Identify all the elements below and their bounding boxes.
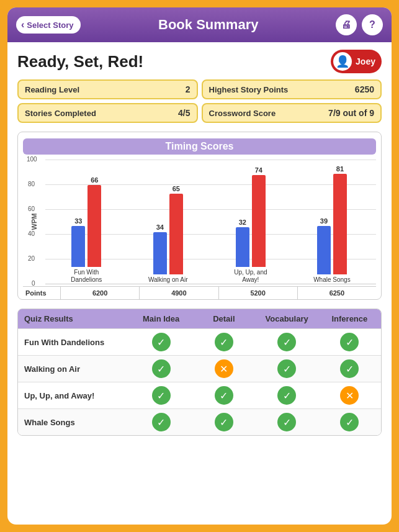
avatar: 👤 — [333, 52, 352, 71]
quiz-rows: Fun With Dandelions✓✓✓✓Walking on Air✓✕✓… — [18, 328, 381, 435]
stat-value-stories-completed: 4/5 — [178, 108, 190, 118]
quiz-header-row: Quiz Results Main Idea Detail Vocabulary… — [18, 309, 381, 328]
quiz-title: Quiz Results — [18, 309, 130, 328]
points-val-3: 6250 — [297, 287, 376, 299]
quiz-story-name-2: Up, Up, and Away! — [18, 386, 130, 405]
stat-label-crossword-score: Crossword Score — [209, 109, 276, 118]
quiz-cell-2-2: ✓ — [256, 382, 318, 408]
stat-value-reading-level: 2 — [186, 84, 191, 94]
check-icon: ✓ — [215, 333, 233, 351]
header: ‹ Select Story Book Summary 🖨 ? — [7, 7, 392, 42]
help-button[interactable]: ? — [362, 14, 383, 35]
stat-crossword-score: Crossword Score 7/9 out of 9 — [202, 103, 382, 123]
content-area: Ready, Set, Red! 👤 Joey Reading Level 2 … — [7, 42, 392, 525]
points-val-2: 5200 — [218, 287, 297, 299]
stat-highest-points: Highest Story Points 6250 — [202, 79, 382, 99]
check-icon: ✓ — [152, 413, 171, 431]
quiz-story-name-1: Walking on Air — [18, 359, 130, 379]
check-icon: ✓ — [340, 359, 359, 378]
bar-group-1: 3465Walking on Air — [148, 160, 188, 284]
check-icon: ✓ — [215, 413, 233, 431]
check-icon: ✓ — [152, 333, 171, 351]
check-icon: ✓ — [277, 333, 296, 351]
quiz-row-1: Walking on Air✓✕✓✓ — [18, 355, 381, 382]
quiz-cell-2-3: ✕ — [318, 382, 381, 408]
bar-group-0: 3366Fun WithDandelions — [71, 160, 102, 284]
points-row: Points 6200 4900 5200 6250 — [23, 286, 376, 299]
x-icon: ✕ — [340, 386, 359, 405]
quiz-story-name-0: Fun With Dandelions — [18, 333, 130, 352]
book-title: Ready, Set, Red! — [17, 52, 143, 71]
stat-stories-completed: Stories Completed 4/5 — [17, 103, 198, 123]
quiz-row-3: Whale Songs✓✓✓✓ — [18, 408, 381, 435]
back-button[interactable]: ‹ Select Story — [16, 16, 81, 34]
stat-label-stories-completed: Stories Completed — [25, 109, 96, 118]
title-row: Ready, Set, Red! 👤 Joey — [17, 50, 382, 73]
check-icon: ✓ — [277, 413, 296, 431]
quiz-col-inference: Inference — [318, 309, 381, 328]
quiz-cell-1-0: ✓ — [130, 356, 192, 382]
x-icon: ✕ — [215, 359, 233, 378]
print-button[interactable]: 🖨 — [336, 14, 357, 35]
quiz-cell-1-2: ✓ — [256, 356, 318, 382]
quiz-cell-0-0: ✓ — [130, 329, 192, 355]
chart-title: Timing Scores — [23, 138, 376, 155]
stat-value-highest-points: 6250 — [355, 84, 374, 94]
quiz-cell-0-1: ✓ — [192, 329, 255, 355]
y-axis-label: WPM — [30, 214, 38, 230]
stat-reading-level: Reading Level 2 — [17, 79, 198, 99]
bar-group-3: 3981Whale Songs — [313, 160, 350, 284]
quiz-cell-3-3: ✓ — [318, 409, 381, 435]
stat-label-reading-level: Reading Level — [25, 85, 79, 94]
check-icon: ✓ — [215, 386, 233, 405]
quiz-col-main-idea: Main Idea — [130, 309, 192, 328]
quiz-cell-1-1: ✕ — [192, 356, 255, 382]
quiz-col-vocabulary: Vocabulary — [256, 309, 318, 328]
quiz-cell-2-1: ✓ — [192, 382, 255, 408]
header-icons: 🖨 ? — [336, 14, 383, 35]
back-arrow-icon: ‹ — [21, 19, 24, 30]
points-label: Points — [23, 287, 60, 299]
user-badge: 👤 Joey — [331, 50, 382, 73]
stat-label-highest-points: Highest Story Points — [209, 85, 289, 94]
points-val-1: 4900 — [139, 287, 218, 299]
timing-scores-chart: Timing Scores WPM 100 80 60 40 — [17, 132, 382, 300]
check-icon: ✓ — [277, 359, 296, 378]
check-icon: ✓ — [277, 386, 296, 405]
quiz-cell-3-1: ✓ — [192, 409, 255, 435]
stats-grid: Reading Level 2 Highest Story Points 625… — [17, 79, 382, 123]
user-name: Joey — [356, 56, 375, 66]
quiz-cell-3-0: ✓ — [130, 409, 192, 435]
check-icon: ✓ — [340, 413, 359, 431]
quiz-row-2: Up, Up, and Away!✓✓✓✕ — [18, 382, 381, 408]
chart-bars-area: 100 80 60 40 20 0 3366Fun WithDandelions… — [45, 160, 376, 284]
header-title: Book Summary — [81, 17, 336, 33]
check-icon: ✓ — [152, 359, 171, 378]
quiz-cell-2-0: ✓ — [130, 382, 192, 408]
bar-group-2: 3274Up, Up, andAway! — [234, 160, 267, 284]
quiz-cell-3-2: ✓ — [256, 409, 318, 435]
points-val-0: 6200 — [60, 287, 139, 299]
quiz-col-detail: Detail — [192, 309, 255, 328]
check-icon: ✓ — [152, 386, 171, 405]
quiz-results: Quiz Results Main Idea Detail Vocabulary… — [17, 309, 382, 436]
quiz-cell-1-3: ✓ — [318, 356, 381, 382]
check-icon: ✓ — [340, 333, 359, 351]
quiz-story-name-3: Whale Songs — [18, 413, 130, 432]
quiz-row-0: Fun With Dandelions✓✓✓✓ — [18, 328, 381, 355]
stat-value-crossword-score: 7/9 out of 9 — [328, 108, 374, 118]
quiz-cell-0-3: ✓ — [318, 329, 381, 355]
quiz-cell-0-2: ✓ — [256, 329, 318, 355]
back-label: Select Story — [27, 20, 73, 30]
